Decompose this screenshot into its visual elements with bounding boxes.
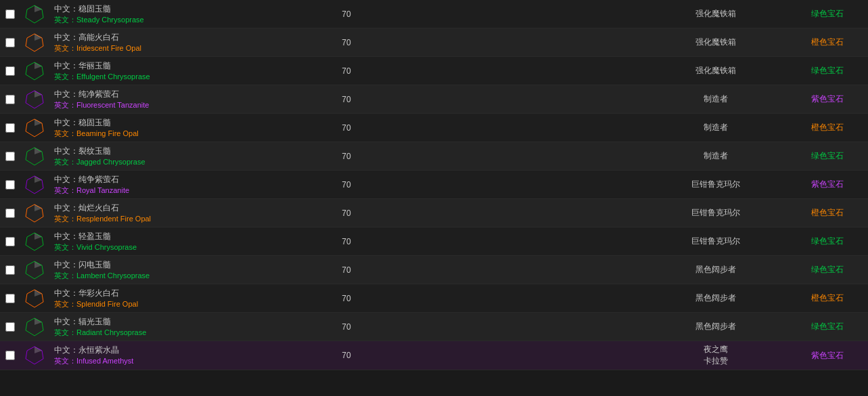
row-checkbox[interactable]	[5, 322, 15, 332]
gem-icon-col	[20, 228, 49, 255]
gem-icon-col	[20, 313, 49, 340]
gem-source: 巨钳鲁克玛尔	[644, 204, 787, 221]
gem-type: 绿色宝石	[787, 318, 868, 335]
gem-level: 70	[319, 9, 373, 19]
gem-icon-col	[20, 29, 49, 56]
source-text: 制造者	[704, 123, 728, 132]
gem-source: 黑色阔步者	[644, 290, 787, 307]
gem-icon	[22, 201, 47, 225]
gem-name-cn: 中文：裂纹玉髓	[54, 146, 314, 157]
gem-source: 制造者	[644, 91, 787, 108]
gem-name-col: 中文：纯争紫萤石 英文：Royal Tanzanite	[49, 171, 319, 198]
gem-type: 紫色宝石	[787, 347, 868, 364]
gem-icon-col	[20, 200, 49, 227]
row-checkbox[interactable]	[5, 208, 15, 218]
row-checkbox-col	[0, 265, 20, 275]
gem-name-col: 中文：闪电玉髓 英文：Lambent Chrysoprase	[49, 257, 319, 284]
row-checkbox[interactable]	[5, 152, 15, 161]
gem-name-cn: 中文：纯争紫萤石	[54, 174, 314, 185]
row-checkbox-col	[0, 9, 20, 19]
gem-source: 黑色阔步者	[644, 318, 787, 335]
gem-icon-col	[20, 1, 49, 28]
gem-name-col: 中文：辐光玉髓 英文：Radiant Chrysoprase	[49, 313, 319, 340]
row-checkbox[interactable]	[5, 294, 15, 303]
gem-type: 橙色宝石	[787, 119, 868, 136]
gem-icon-col	[20, 86, 49, 113]
gem-type: 橙色宝石	[787, 290, 868, 307]
source-text: 巨钳鲁克玛尔	[691, 179, 740, 189]
gem-source: 黑色阔步者	[644, 261, 787, 278]
gem-level: 70	[319, 95, 373, 104]
gem-name-cn: 中文：辐光玉髓	[54, 316, 314, 328]
source-text: 强化魔铁箱	[695, 9, 736, 18]
gem-icon-col	[20, 114, 49, 141]
row-checkbox[interactable]	[5, 351, 15, 360]
gem-name-col: 中文：稳固玉髓 英文：Beaming Fire Opal	[49, 114, 319, 141]
table-row: 中文：轻盈玉髓 英文：Vivid Chrysoprase 70 巨钳鲁克玛尔 绿…	[0, 227, 868, 256]
gem-source: 制造者	[644, 119, 787, 136]
gem-type: 绿色宝石	[787, 5, 868, 22]
gem-name-en: 英文：Steady Chrysoprase	[54, 15, 314, 25]
gem-source: 巨钳鲁克玛尔	[644, 233, 787, 250]
gem-name-en: 英文：Royal Tanzanite	[54, 185, 314, 196]
row-checkbox[interactable]	[5, 95, 15, 104]
row-checkbox-col	[0, 123, 20, 133]
gem-name-en: 英文：Vivid Chrysoprase	[54, 242, 314, 252]
gem-source: 强化魔铁箱	[644, 5, 787, 22]
gem-name-col: 中文：纯净紫萤石 英文：Fluorescent Tanzanite	[49, 86, 319, 113]
gem-icon	[22, 286, 47, 311]
gem-name-cn: 中文：纯净紫萤石	[54, 89, 314, 100]
source-text: 黑色阔步者	[695, 265, 736, 274]
gem-icon	[22, 116, 47, 140]
gem-icon	[22, 87, 47, 112]
gem-icon-col	[20, 143, 49, 170]
gem-name-en: 英文：Resplendent Fire Opal	[54, 214, 314, 224]
source-text: 强化魔铁箱	[695, 66, 736, 75]
row-checkbox[interactable]	[5, 180, 15, 190]
gem-name-cn: 中文：稳固玉髓	[54, 117, 314, 129]
row-checkbox[interactable]	[5, 38, 15, 47]
gem-type: 绿色宝石	[787, 148, 868, 164]
gem-level: 70	[319, 322, 373, 332]
gem-name-en: 英文：Splendid Fire Opal	[54, 299, 314, 309]
table-row: 中文：华彩火白石 英文：Splendid Fire Opal 70 黑色阔步者 …	[0, 284, 868, 313]
source-text: 制造者	[704, 94, 728, 104]
gem-icon-col	[20, 171, 49, 198]
gem-icon	[22, 229, 47, 254]
gem-type: 绿色宝石	[787, 233, 868, 250]
gem-type: 紫色宝石	[787, 176, 868, 193]
row-checkbox-col	[0, 66, 20, 76]
gem-level: 70	[319, 351, 373, 360]
gem-name-col: 中文：华彩火白石 英文：Splendid Fire Opal	[49, 285, 319, 312]
source-text: 黑色阔步者	[695, 293, 736, 303]
source-text: 制造者	[704, 151, 728, 160]
gem-type: 紫色宝石	[787, 91, 868, 108]
row-checkbox[interactable]	[5, 265, 15, 275]
gem-name-en: 英文：Beaming Fire Opal	[54, 129, 314, 139]
row-checkbox-col	[0, 180, 20, 190]
table-row: 中文：永恒紫水晶 英文：Infused Amethyst 70 夜之鹰卡拉赞 紫…	[0, 341, 868, 370]
gem-name-col: 中文：华丽玉髓 英文：Effulgent Chrysoprase	[49, 58, 319, 85]
table-row: 中文：稳固玉髓 英文：Beaming Fire Opal 70 制造者 橙色宝石	[0, 114, 868, 142]
table-row: 中文：辐光玉髓 英文：Radiant Chrysoprase 70 黑色阔步者 …	[0, 313, 868, 341]
row-checkbox[interactable]	[5, 123, 15, 133]
gem-name-cn: 中文：灿烂火白石	[54, 202, 314, 214]
row-checkbox[interactable]	[5, 66, 15, 76]
row-checkbox-col	[0, 322, 20, 332]
gem-icon	[22, 59, 47, 83]
gem-name-en: 英文：Lambent Chrysoprase	[54, 271, 314, 281]
gem-name-cn: 中文：永恒紫水晶	[54, 345, 314, 356]
gem-icon-col	[20, 58, 49, 85]
gem-icon	[22, 30, 47, 55]
row-checkbox[interactable]	[5, 9, 15, 19]
table-row: 中文：高能火白石 英文：Iridescent Fire Opal 70 强化魔铁…	[0, 28, 868, 57]
gem-icon	[22, 258, 47, 282]
gem-level: 70	[319, 123, 373, 133]
gem-icon	[22, 343, 47, 368]
table-row: 中文：纯争紫萤石 英文：Royal Tanzanite 70 巨钳鲁克玛尔 紫色…	[0, 171, 868, 199]
source-text: 夜之鹰卡拉赞	[704, 345, 728, 366]
gem-name-en: 英文：Infused Amethyst	[54, 356, 314, 366]
row-checkbox[interactable]	[5, 237, 15, 246]
gem-icon-col	[20, 257, 49, 284]
table-row: 中文：稳固玉髓 英文：Steady Chrysoprase 70 强化魔铁箱 绿…	[0, 0, 868, 28]
